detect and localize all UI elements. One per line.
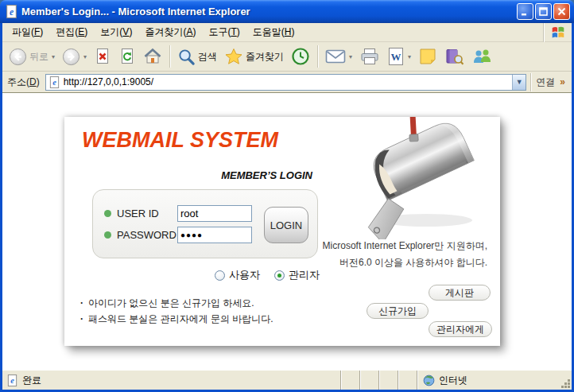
note-password: · 패스워드 분실은 관리자에게 문의 바랍니다. [80, 311, 273, 327]
home-button[interactable] [140, 45, 165, 69]
help-notes: · 아이디가 없으신 분은 신규가입 하세요. · 패스워드 분실은 관리자에게… [80, 295, 273, 327]
search-button[interactable]: 검색 [174, 45, 220, 69]
url-text: http://127,0,0,1:9005/ [64, 76, 513, 87]
go-label: 연결 [536, 76, 555, 89]
stop-button[interactable] [91, 45, 114, 69]
search-label: 검색 [198, 50, 217, 64]
stop-icon [94, 47, 111, 66]
forward-button[interactable]: ▾ [59, 45, 90, 69]
mailbox-image [359, 117, 499, 239]
status-pane [398, 371, 417, 390]
status-pane [378, 371, 398, 390]
research-book-icon [444, 47, 464, 66]
close-button[interactable] [553, 3, 570, 20]
mail-dropdown-icon[interactable]: ▾ [349, 53, 352, 60]
favorites-label: 즐겨찾기 [246, 50, 284, 64]
address-bar: 주소(D) e http://127,0,0,1:9005/ ▼ 연결 » [2, 72, 572, 93]
status-bar: e 완료 인터넷 [2, 370, 572, 390]
signup-button[interactable]: 신규가입 [367, 303, 429, 319]
bullet-dot-icon [104, 231, 111, 239]
radio-admin-label: 관리자 [289, 268, 320, 282]
minimize-button[interactable] [517, 3, 533, 20]
ie-window: e Member's Login... - Microsoft Internet… [0, 0, 574, 392]
svg-text:e: e [10, 376, 14, 385]
internet-globe-icon [423, 375, 435, 386]
research-button[interactable] [441, 45, 467, 69]
role-radio-group: 사용자 관리자 [92, 268, 320, 282]
refresh-button[interactable] [115, 45, 139, 69]
password-field[interactable] [177, 227, 252, 243]
login-button[interactable]: LOGIN [264, 207, 308, 243]
favorites-star-icon [224, 47, 243, 66]
security-zone-pane: 인터넷 [417, 371, 560, 390]
menu-help[interactable]: 도움말(H) [246, 23, 301, 41]
windows-logo-icon [543, 23, 572, 42]
mail-button[interactable]: ▾ [322, 45, 355, 69]
login-card: WEBMAIL SYSTEM MEMBER’S LOGIN USER ID PA… [64, 117, 500, 346]
messenger-people-icon [471, 47, 492, 66]
note-signup: · 아이디가 없으신 분은 신규가입 하세요. [80, 295, 273, 311]
menu-edit[interactable]: 편집(E) [49, 23, 94, 41]
back-dropdown-icon[interactable]: ▾ [52, 53, 55, 60]
ie-page-icon: e [6, 375, 18, 386]
login-heading: MEMBER’S LOGIN [64, 169, 312, 181]
status-text: 완료 [22, 374, 41, 387]
user-id-label: USER ID [117, 208, 177, 219]
word-document-icon: W [387, 47, 405, 66]
messenger-button[interactable] [468, 45, 495, 69]
toolbar-separator [169, 45, 170, 68]
back-button[interactable]: 뒤로 ▾ [6, 45, 58, 69]
menu-favorites[interactable]: 즐겨찾기(A) [138, 23, 202, 41]
radio-user[interactable]: 사용자 [215, 268, 260, 282]
password-label: PASSWORD [117, 229, 177, 241]
window-title: Member's Login... - Microsoft Internet E… [21, 6, 517, 17]
title-bar[interactable]: e Member's Login... - Microsoft Internet… [0, 0, 574, 23]
discuss-button[interactable] [415, 45, 440, 69]
maximize-button[interactable] [535, 3, 552, 20]
svg-text:e: e [52, 78, 56, 87]
menu-bar: 파일(F) 편집(E) 보기(V) 즐겨찾기(A) 도구(T) 도움말(H) [2, 23, 572, 42]
edit-with-word-button[interactable]: W ▾ [384, 45, 414, 69]
radio-admin[interactable]: 관리자 [274, 268, 320, 282]
history-button[interactable] [288, 45, 313, 69]
svg-text:W: W [391, 51, 401, 63]
zone-text: 인터넷 [439, 374, 467, 387]
contact-admin-button[interactable]: 관리자에게 [429, 321, 492, 337]
menu-view[interactable]: 보기(V) [94, 23, 138, 41]
back-icon [9, 48, 27, 66]
back-label: 뒤로 [29, 50, 48, 64]
toolbar: 뒤로 ▾ ▾ [2, 42, 572, 72]
menu-file[interactable]: 파일(F) [6, 23, 49, 41]
go-button[interactable]: 연결 » [530, 73, 568, 91]
word-dropdown-icon[interactable]: ▾ [408, 53, 411, 60]
toolbar-separator [317, 45, 318, 68]
toolbar-overflow-chevron[interactable]: » [560, 76, 565, 87]
printer-icon [359, 47, 380, 66]
print-button[interactable] [356, 45, 383, 69]
search-icon [177, 48, 196, 66]
forward-icon [62, 48, 80, 66]
mail-envelope-icon [325, 49, 346, 64]
board-button[interactable]: 게시판 [429, 285, 491, 301]
page-title: WEBMAIL SYSTEM [82, 128, 278, 153]
refresh-icon [118, 47, 136, 66]
ie-page-icon: e [48, 76, 60, 88]
sticky-note-icon [418, 47, 437, 66]
history-clock-icon [291, 47, 310, 66]
browser-requirement-note: Microsoft Internet Explorer만 지원하며, 버전6.0… [323, 238, 487, 271]
status-pane [340, 371, 359, 390]
resize-grip[interactable] [560, 371, 572, 390]
login-form-panel: USER ID PASSWORD LOGIN [92, 189, 318, 258]
window-frame: 파일(F) 편집(E) 보기(V) 즐겨찾기(A) 도구(T) 도움말(H) [0, 23, 574, 392]
favorites-button[interactable]: 즐겨찾기 [221, 45, 287, 69]
radio-unchecked-icon[interactable] [215, 270, 225, 281]
address-input[interactable]: e http://127,0,0,1:9005/ ▼ [45, 74, 527, 91]
ie-page-icon: e [5, 5, 18, 18]
address-dropdown-button[interactable]: ▼ [512, 75, 526, 90]
user-id-field[interactable] [177, 205, 252, 222]
forward-dropdown-icon[interactable]: ▾ [83, 53, 87, 60]
radio-checked-icon[interactable] [274, 270, 285, 281]
menu-tools[interactable]: 도구(T) [202, 23, 246, 41]
bullet-dot-icon [104, 210, 111, 217]
radio-user-label: 사용자 [229, 268, 260, 282]
